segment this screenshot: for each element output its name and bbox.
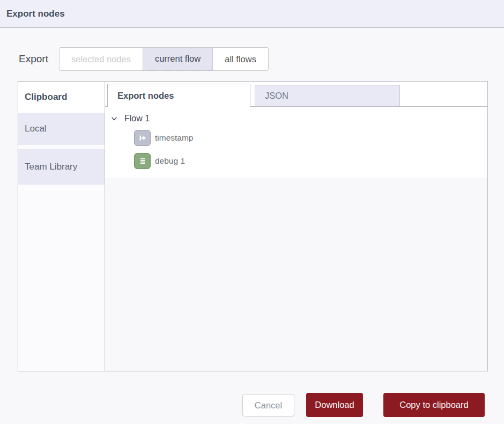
export-scope-row: Export selected nodes current flow all f… (19, 47, 269, 71)
node-tree: Flow 1 timestamp (105, 107, 487, 371)
library-content: Export nodes JSON Flow 1 (105, 82, 487, 371)
debug-node-icon (134, 153, 151, 169)
dialog-header: Export nodes (0, 0, 504, 28)
sidebar-section-clipboard[interactable]: Clipboard (18, 82, 105, 113)
tree-row-flow[interactable]: Flow 1 (105, 111, 487, 126)
export-selected-nodes-button[interactable]: selected nodes (60, 48, 143, 70)
cancel-button[interactable]: Cancel (242, 394, 294, 416)
flow-label: Flow 1 (124, 114, 150, 123)
tab-json[interactable]: JSON (255, 85, 400, 106)
export-current-flow-button[interactable]: current flow (143, 48, 213, 70)
sidebar-item-local[interactable]: Local (18, 113, 105, 145)
inject-node-icon (134, 130, 151, 146)
library-panel: Clipboard Local Team Library Export node… (18, 81, 488, 371)
download-button[interactable]: Download (306, 393, 363, 417)
export-scope-label: Export (19, 53, 48, 65)
node-tree-rows: Flow 1 timestamp (105, 107, 487, 178)
node-label: timestamp (155, 133, 194, 143)
tab-export-nodes-label: Export nodes (117, 91, 174, 101)
export-scope-group: selected nodes current flow all flows (59, 47, 269, 71)
tree-row-node-timestamp[interactable]: timestamp (105, 126, 487, 149)
tree-row-node-debug[interactable]: debug 1 (105, 149, 487, 172)
node-label: debug 1 (155, 156, 185, 166)
dialog-title: Export nodes (6, 9, 65, 19)
copy-to-clipboard-button[interactable]: Copy to clipboard (383, 393, 485, 417)
export-all-flows-button[interactable]: all flows (213, 48, 268, 70)
chevron-down-icon[interactable] (110, 115, 118, 122)
sidebar-item-team-library[interactable]: Team Library (18, 149, 105, 185)
tab-json-label: JSON (265, 91, 288, 101)
tab-export-nodes[interactable]: Export nodes (107, 84, 250, 107)
export-tabbar: Export nodes JSON (105, 82, 487, 107)
library-sidebar: Clipboard Local Team Library (18, 82, 105, 371)
